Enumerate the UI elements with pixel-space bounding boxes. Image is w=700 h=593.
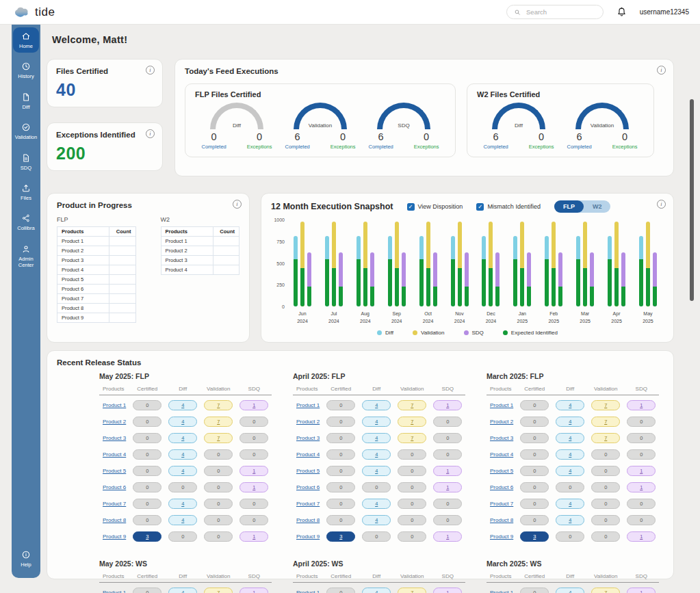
product-link[interactable]: Product 1: [490, 402, 513, 408]
count-pill-blue[interactable]: 4: [362, 588, 391, 593]
sidebar-item-validation[interactable]: Validation: [13, 118, 39, 144]
checkbox-mismatch-identified[interactable]: ✓Mismatch Identified: [476, 203, 541, 211]
count-pill-blue[interactable]: 4: [362, 417, 391, 427]
count-pill-blue[interactable]: 4: [556, 588, 584, 593]
notifications-bell-icon[interactable]: [616, 6, 627, 18]
product-link[interactable]: Product 3: [296, 435, 320, 441]
product-link[interactable]: Product 4: [103, 451, 126, 458]
count-pill-purple[interactable]: 1: [627, 588, 656, 593]
product-link[interactable]: Product 9: [296, 533, 320, 540]
product-link[interactable]: Product 6: [103, 484, 126, 490]
product-link[interactable]: Product 8: [103, 517, 126, 523]
vertical-scrollbar[interactable]: [690, 99, 694, 301]
count-pill-purple[interactable]: 1: [239, 531, 268, 542]
product-link[interactable]: Product 5: [296, 468, 320, 474]
product-link[interactable]: Product 1: [103, 402, 126, 408]
count-pill-blue[interactable]: 4: [556, 400, 584, 410]
product-link[interactable]: Product 3: [103, 435, 126, 441]
product-link[interactable]: Product 1: [296, 590, 320, 593]
count-pill-yellow[interactable]: 7: [398, 417, 426, 427]
count-pill-darkblue[interactable]: 3: [520, 531, 549, 542]
app-logo[interactable]: tide: [14, 5, 55, 19]
count-pill-yellow[interactable]: 7: [591, 417, 620, 427]
count-pill-blue[interactable]: 4: [168, 499, 197, 509]
count-pill-purple[interactable]: 1: [627, 482, 656, 492]
count-pill-blue[interactable]: 4: [362, 400, 391, 410]
count-pill-yellow[interactable]: 7: [398, 588, 426, 593]
count-pill-purple[interactable]: 1: [433, 588, 462, 593]
count-pill-yellow[interactable]: 7: [398, 433, 426, 443]
product-link[interactable]: Product 1: [296, 402, 320, 408]
count-pill-purple[interactable]: 1: [433, 531, 462, 542]
count-pill-blue[interactable]: 4: [168, 433, 197, 443]
count-pill-yellow[interactable]: 7: [204, 400, 233, 410]
count-pill-blue[interactable]: 4: [168, 515, 197, 525]
product-link[interactable]: Product 6: [490, 484, 513, 490]
product-link[interactable]: Product 8: [490, 517, 513, 523]
sidebar-item-admin-center[interactable]: Admin Center: [13, 240, 39, 272]
info-icon[interactable]: i: [146, 66, 155, 75]
count-pill-blue[interactable]: 4: [556, 417, 584, 427]
count-pill-purple[interactable]: 1: [239, 466, 268, 476]
count-pill-purple[interactable]: 1: [433, 400, 462, 410]
search-input[interactable]: [525, 8, 596, 16]
product-link[interactable]: Product 9: [103, 533, 126, 540]
count-pill-blue[interactable]: 4: [168, 466, 197, 476]
info-icon[interactable]: i: [146, 129, 155, 138]
toggle-option-flp[interactable]: FLP: [554, 200, 584, 213]
count-pill-yellow[interactable]: 7: [204, 433, 233, 443]
count-pill-blue[interactable]: 4: [556, 515, 584, 525]
count-pill-yellow[interactable]: 7: [591, 433, 620, 443]
count-pill-purple[interactable]: 1: [627, 400, 656, 410]
count-pill-blue[interactable]: 4: [168, 588, 197, 593]
sidebar-item-sdq[interactable]: SDQ: [13, 149, 39, 174]
count-pill-yellow[interactable]: 7: [398, 400, 426, 410]
count-pill-blue[interactable]: 4: [556, 449, 584, 460]
count-pill-blue[interactable]: 4: [362, 499, 391, 509]
sidebar-item-home[interactable]: Home: [13, 27, 39, 53]
count-pill-blue[interactable]: 4: [362, 433, 391, 443]
product-link[interactable]: Product 5: [103, 468, 126, 474]
product-link[interactable]: Product 4: [490, 451, 513, 458]
count-pill-blue[interactable]: 4: [556, 466, 584, 476]
count-pill-yellow[interactable]: 7: [204, 417, 233, 427]
count-pill-purple[interactable]: 1: [239, 588, 268, 593]
info-icon[interactable]: i: [657, 200, 666, 209]
count-pill-yellow[interactable]: 7: [591, 588, 620, 593]
count-pill-darkblue[interactable]: 3: [326, 531, 355, 542]
product-link[interactable]: Product 5: [490, 468, 513, 474]
count-pill-purple[interactable]: 1: [239, 482, 268, 492]
product-link[interactable]: Product 6: [296, 484, 320, 490]
info-icon[interactable]: i: [657, 66, 666, 75]
search-box[interactable]: [506, 5, 604, 19]
count-pill-yellow[interactable]: 7: [204, 588, 233, 593]
count-pill-yellow[interactable]: 7: [591, 400, 620, 410]
count-pill-blue[interactable]: 4: [168, 400, 197, 410]
count-pill-blue[interactable]: 4: [362, 515, 391, 525]
count-pill-darkblue[interactable]: 3: [133, 531, 161, 542]
checkbox-view-disposition[interactable]: ✓View Disposition: [407, 203, 463, 211]
count-pill-purple[interactable]: 1: [433, 466, 462, 476]
count-pill-purple[interactable]: 1: [433, 482, 462, 492]
product-link[interactable]: Product 3: [490, 435, 513, 441]
product-link[interactable]: Product 2: [103, 419, 126, 425]
sidebar-item-history[interactable]: History: [13, 57, 39, 83]
count-pill-blue[interactable]: 4: [168, 417, 197, 427]
count-pill-blue[interactable]: 4: [362, 466, 391, 476]
info-icon[interactable]: i: [233, 200, 242, 209]
product-link[interactable]: Product 2: [296, 419, 320, 425]
product-link[interactable]: Product 4: [296, 451, 320, 458]
product-link[interactable]: Product 1: [490, 590, 513, 593]
product-link[interactable]: Product 7: [296, 501, 320, 507]
sidebar-item-help[interactable]: Help: [13, 546, 39, 571]
sidebar-item-collibra[interactable]: Collibra: [13, 209, 39, 235]
product-link[interactable]: Product 7: [490, 501, 513, 507]
count-pill-purple[interactable]: 1: [239, 400, 268, 410]
product-link[interactable]: Product 1: [103, 590, 126, 593]
count-pill-blue[interactable]: 4: [168, 449, 197, 460]
product-link[interactable]: Product 9: [490, 533, 513, 540]
product-link[interactable]: Product 7: [103, 501, 126, 507]
product-link[interactable]: Product 8: [296, 517, 320, 523]
count-pill-blue[interactable]: 4: [556, 499, 584, 509]
sidebar-item-diff[interactable]: Diff: [13, 88, 39, 114]
